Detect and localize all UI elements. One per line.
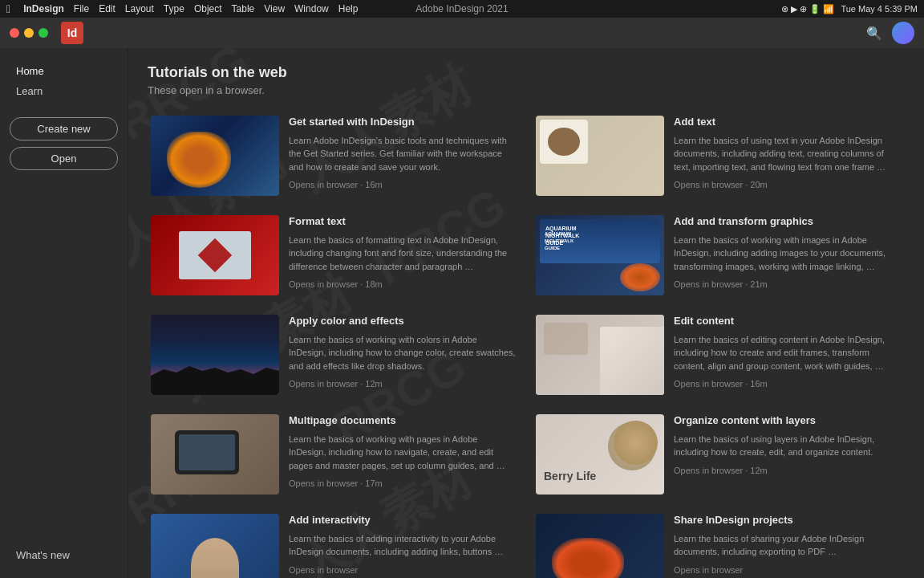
menu-help[interactable]: Help: [338, 3, 359, 14]
tutorial-info-format-text: Format text Learn the basics of formatti…: [289, 215, 517, 295]
tutorial-desc-add-text: Learn the basics of using text in your A…: [674, 134, 902, 174]
menu-file[interactable]: File: [74, 3, 89, 14]
tutorial-card-graphics[interactable]: AQUARIUMNIGHTWALKGUIDE Add and transform…: [533, 212, 905, 299]
menu-edit[interactable]: Edit: [99, 3, 116, 14]
menu-bar-left:  InDesign File Edit Layout Type Object …: [6, 2, 358, 15]
tutorial-card-multipage[interactable]: Multipage documents Learn the basics of …: [148, 411, 520, 498]
menu-layout[interactable]: Layout: [125, 3, 154, 14]
tutorial-info-color: Apply color and effects Learn the basics…: [289, 315, 517, 395]
tutorial-title-color: Apply color and effects: [289, 315, 517, 328]
tutorial-card-share[interactable]: Share InDesign projects Learn the basics…: [533, 511, 905, 578]
tutorial-meta-multipage: Opens in browser · 17m: [289, 478, 517, 488]
header-right: 🔍: [866, 22, 914, 44]
tutorial-title-share: Share InDesign projects: [674, 514, 902, 527]
main-layout: HomeLearnCreate newOpenWhat's new RRCG 人…: [0, 48, 924, 578]
tutorial-meta-format-text: Opens in browser · 18m: [289, 279, 517, 289]
apple-menu[interactable]: : [6, 2, 10, 15]
minimize-button[interactable]: [24, 28, 34, 38]
app-menu-indesign[interactable]: InDesign: [23, 3, 64, 14]
tutorial-card-add-text[interactable]: Add text Learn the basics of using text …: [533, 112, 905, 199]
open-button[interactable]: Open: [10, 147, 118, 170]
tutorial-card-color[interactable]: Apply color and effects Learn the basics…: [148, 311, 520, 398]
close-button[interactable]: [10, 28, 19, 38]
tutorial-card-interactivity[interactable]: Add interactivity Learn the basics of ad…: [148, 511, 520, 578]
tutorial-meta-interactivity: Opens in browser: [289, 565, 517, 575]
tutorial-meta-get-started: Opens in browser · 16m: [289, 180, 517, 189]
menu-view[interactable]: View: [264, 3, 285, 14]
content-area[interactable]: RRCG 人人素材 人人素材 RRCG 人人素材 RRCG RRCG 人人素材 …: [128, 48, 924, 578]
tutorial-meta-color: Opens in browser · 12m: [289, 379, 517, 389]
tutorial-title-layers: Organize content with layers: [674, 414, 902, 428]
tutorial-info-interactivity: Add interactivity Learn the basics of ad…: [289, 514, 517, 578]
menu-table[interactable]: Table: [232, 3, 255, 14]
tutorial-grid: Get started with InDesign Learn Adobe In…: [148, 112, 905, 578]
thumbnail-interactivity: [151, 514, 279, 578]
maximize-button[interactable]: [38, 28, 48, 38]
tutorial-info-add-text: Add text Learn the basics of using text …: [674, 116, 902, 196]
tutorial-meta-edit: Opens in browser · 16m: [674, 379, 902, 389]
tutorial-info-get-started: Get started with InDesign Learn Adobe In…: [289, 116, 517, 196]
thumbnail-layers: Berry Life: [536, 414, 664, 495]
thumbnail-share: [536, 514, 664, 578]
tutorial-title-graphics: Add and transform graphics: [674, 215, 902, 229]
menu-window[interactable]: Window: [294, 3, 329, 14]
tutorial-title-multipage: Multipage documents: [289, 414, 517, 428]
tutorial-card-format-text[interactable]: Format text Learn the basics of formatti…: [148, 212, 520, 299]
thumbnail-color: [151, 315, 279, 395]
thumbnail-add-text: [536, 116, 664, 196]
menu-bar-right: ⊗ ▶ ⊕ 🔋 📶 Tue May 4 5:39 PM: [781, 4, 918, 14]
tutorial-meta-add-text: Opens in browser · 20m: [674, 180, 902, 189]
thumbnail-get-started: [151, 116, 279, 196]
sidebar: HomeLearnCreate newOpenWhat's new: [0, 48, 128, 578]
tutorial-info-multipage: Multipage documents Learn the basics of …: [289, 414, 517, 495]
tutorial-desc-share: Learn the basics of sharing your Adobe I…: [674, 532, 902, 559]
tutorial-title-format-text: Format text: [289, 215, 517, 229]
window-title: Adobe InDesign 2021: [415, 3, 508, 14]
tutorial-desc-multipage: Learn the basics of working with pages i…: [289, 433, 517, 473]
thumbnail-multipage: [151, 414, 279, 495]
tutorial-card-edit[interactable]: Edit content Learn the basics of editing…: [533, 311, 905, 398]
tutorial-title-edit: Edit content: [674, 315, 902, 328]
traffic-lights: [10, 28, 48, 38]
sidebar-item-learn[interactable]: Learn: [10, 81, 118, 101]
indesign-logo: Id: [61, 22, 83, 44]
sidebar-item-home[interactable]: Home: [10, 61, 118, 81]
tutorial-title-get-started: Get started with InDesign: [289, 116, 517, 129]
tutorial-desc-format-text: Learn the basics of formatting text in A…: [289, 234, 517, 274]
tutorial-info-edit: Edit content Learn the basics of editing…: [674, 315, 902, 395]
tutorial-meta-graphics: Opens in browser · 21m: [674, 279, 902, 289]
tutorial-title-interactivity: Add interactivity: [289, 514, 517, 527]
tutorial-desc-get-started: Learn Adobe InDesign's basic tools and t…: [289, 134, 517, 174]
section-subtitle: These open in a browser.: [148, 84, 905, 96]
clock: Tue May 4 5:39 PM: [841, 4, 918, 14]
tutorial-desc-color: Learn the basics of working with colors …: [289, 333, 517, 373]
tutorial-card-get-started[interactable]: Get started with InDesign Learn Adobe In…: [148, 112, 520, 199]
menu-bar:  InDesign File Edit Layout Type Object …: [0, 0, 924, 18]
tutorial-info-layers: Organize content with layers Learn the b…: [674, 414, 902, 495]
sidebar-item-whats-new[interactable]: What's new: [10, 545, 118, 565]
create-new-button[interactable]: Create new: [10, 117, 118, 140]
menu-type[interactable]: Type: [164, 3, 184, 14]
berry-life-text: Berry Life: [544, 470, 596, 482]
tutorial-meta-share: Opens in browser: [674, 565, 902, 575]
tutorial-info-graphics: Add and transform graphics Learn the bas…: [674, 215, 902, 295]
tutorial-info-share: Share InDesign projects Learn the basics…: [674, 514, 902, 578]
tutorial-card-layers[interactable]: Berry Life Organize content with layers …: [533, 411, 905, 498]
tutorial-desc-graphics: Learn the basics of working with images …: [674, 234, 902, 274]
tutorial-desc-interactivity: Learn the basics of adding interactivity…: [289, 532, 517, 559]
tutorial-desc-layers: Learn the basics of using layers in Adob…: [674, 433, 902, 459]
avatar[interactable]: [892, 22, 914, 44]
tutorial-meta-layers: Opens in browser · 12m: [674, 466, 902, 475]
tutorial-desc-edit: Learn the basics of editing content in A…: [674, 333, 902, 373]
menu-object[interactable]: Object: [194, 3, 222, 14]
thumbnail-edit: [536, 315, 664, 395]
tutorial-title-add-text: Add text: [674, 116, 902, 129]
title-bar: Id 🔍: [0, 18, 924, 48]
section-title: Tutorials on the web: [148, 64, 905, 81]
status-icons: ⊗ ▶ ⊕ 🔋 📶: [781, 4, 834, 14]
thumbnail-graphics: AQUARIUMNIGHTWALKGUIDE: [536, 215, 664, 295]
search-icon[interactable]: 🔍: [866, 26, 882, 41]
thumbnail-format-text: [151, 215, 279, 295]
